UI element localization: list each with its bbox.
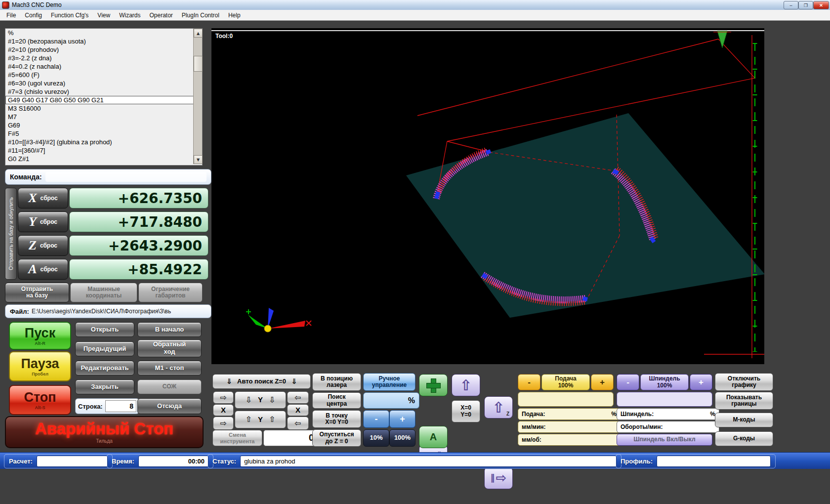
gcode-line: M7 [5, 113, 195, 121]
toggle-graphics-button[interactable]: Отключить графику [715, 373, 773, 391]
goto-base-zero-strip[interactable]: Отправить на базу и обнулить [5, 188, 17, 280]
a-dro[interactable]: +85.4922 [69, 259, 208, 280]
feed-plus-button[interactable]: + [591, 374, 614, 390]
gcode-line: G69 [5, 121, 195, 129]
jog-x-minus-button-2[interactable]: ⇦ [287, 417, 309, 430]
jog-x-minus-button[interactable]: ⇦ [287, 391, 309, 404]
a-reset-button[interactable]: A сброс [18, 259, 68, 280]
jog-percent-display[interactable]: % [363, 392, 419, 409]
menu-wizards[interactable]: Wizards [115, 10, 145, 20]
spindle-rpm-field[interactable]: Обороты/мин: [617, 421, 719, 433]
status-label: Статус: [212, 458, 236, 465]
find-center-button[interactable]: Поиск центра [312, 392, 361, 409]
jog-x-label-left[interactable]: X [213, 404, 234, 416]
jog-y-minus-button[interactable]: ⇩ Y ⇩ [235, 391, 286, 409]
tool-change-button[interactable]: Смена инструмента [212, 430, 262, 446]
jog-plus-button[interactable]: + [389, 410, 415, 428]
z-dro[interactable]: +2643.2900 [69, 235, 208, 256]
m-codes-button[interactable]: М-коды [715, 413, 773, 427]
stop-button[interactable]: Стоп Alt-S [9, 385, 71, 415]
scroll-up-icon[interactable]: ▲ [194, 29, 203, 38]
scrollbar-thumb[interactable] [194, 56, 203, 72]
a-minus-jog-button[interactable]: A [419, 426, 448, 448]
spindle-override-label[interactable]: Шпиндель 100% [640, 374, 689, 390]
y-reset-button[interactable]: Y сброс [18, 211, 68, 232]
arrow-up-icon: ⇧ [492, 399, 504, 416]
z-reset-button[interactable]: Z сброс [18, 235, 68, 256]
menu-view[interactable]: View [93, 10, 115, 20]
gcode-list[interactable]: % #1=20 (bezopasnaja usota) #2=10 (proho… [5, 28, 203, 166]
maximize-button[interactable]: ❐ [798, 1, 813, 9]
start-hotkey: Alt-R [35, 341, 45, 346]
x-dro[interactable]: +626.7350 [69, 188, 208, 209]
spindle-plus-button[interactable]: + [690, 374, 712, 390]
soft-limits-button[interactable]: Ограничение габаритов [138, 283, 203, 302]
toolpath-viewport[interactable]: Tool:0 [211, 28, 764, 364]
open-button[interactable]: Открыть [75, 322, 134, 337]
jog-100-percent-button[interactable]: 100% [389, 429, 415, 447]
show-bounds-button[interactable]: Показывать границы [715, 392, 773, 410]
laser-position-button[interactable]: В позицию лазера [312, 373, 361, 391]
goto-base-button[interactable]: Отправить на базу [5, 283, 69, 302]
machine-coords-button[interactable]: Машинные координаты [70, 283, 137, 302]
estop-label: Аварийный Стоп [35, 420, 173, 438]
menu-plugin-control[interactable]: PlugIn Control [177, 10, 224, 20]
time-label: Время: [112, 458, 134, 465]
feed-mm-min-label: мм/мин: [522, 423, 546, 430]
line-number-field[interactable]: 8 [105, 400, 136, 412]
feed-percent-field[interactable]: Подача: % [518, 408, 621, 420]
start-button[interactable]: Пуск Alt-R [9, 322, 71, 350]
lower-to-z0-button[interactable]: Опуститься до Z = 0 [312, 429, 361, 447]
jog-minus-button[interactable]: - [363, 410, 389, 428]
menu-file[interactable]: File [2, 10, 20, 20]
minimize-button[interactable]: – [784, 1, 798, 9]
menu-operator[interactable]: Operator [145, 10, 177, 20]
menu-config[interactable]: Config [20, 10, 46, 20]
scroll-down-icon[interactable]: ▼ [194, 155, 203, 164]
y-plus-pad-button[interactable]: ⇧ [452, 374, 480, 396]
jog-10-percent-button[interactable]: 10% [363, 429, 389, 447]
feed-override-display [518, 392, 614, 407]
goto-xy-zero-button[interactable]: В точку X=0 Y=0 [312, 410, 361, 428]
spindle-minus-button[interactable]: - [617, 374, 639, 390]
jog-x-label-right[interactable]: X [287, 404, 309, 416]
gcode-scrollbar[interactable]: ▲ ▼ [193, 29, 202, 164]
coolant-button[interactable]: СОЖ [137, 379, 202, 394]
previous-button[interactable]: Предыдущий [75, 341, 134, 356]
spindle-percent-field[interactable]: Шпиндель: % [617, 408, 719, 420]
reverse-button[interactable]: Обратный ход [137, 339, 202, 357]
edit-button[interactable]: Редактировать [75, 361, 134, 376]
m1-stop-button[interactable]: M1 - стоп [137, 361, 202, 376]
menu-function-cfgs[interactable]: Function Cfg's [46, 10, 93, 20]
y-label: Y [258, 396, 263, 404]
close-file-button[interactable]: Закрыть [75, 379, 134, 394]
gcode-line: #11=[360/#7] [5, 146, 195, 155]
emergency-stop-button[interactable]: Аварийный Стоп Тильда [5, 416, 204, 448]
feed-minus-button[interactable]: - [518, 374, 540, 390]
feed-mm-min-field[interactable]: мм/мин: [518, 421, 621, 433]
jog-y-plus-button[interactable]: ⇧ Y ⇧ [235, 411, 286, 428]
x-reset-button[interactable]: X сброс [18, 188, 68, 209]
feed-override-label[interactable]: Подача 100% [541, 374, 590, 390]
rewind-button[interactable]: В начало [137, 322, 202, 337]
x-plus-limit-button[interactable]: ‖ ⇨ [484, 467, 513, 489]
g-codes-button[interactable]: G-коды [715, 431, 773, 446]
pause-button[interactable]: Пауза Пробел [9, 351, 71, 381]
calc-field [37, 456, 108, 467]
a-reset-label: сброс [41, 266, 58, 273]
jog-x-plus-button[interactable]: ⇨ [213, 391, 234, 404]
manual-control-button[interactable]: Ручное управление [363, 373, 415, 391]
run-from-here-button[interactable]: Отсюда [137, 398, 202, 414]
z-plus-pad-button[interactable]: ⇧ Z [484, 396, 513, 419]
app-icon [2, 1, 9, 9]
command-input[interactable] [45, 172, 207, 182]
a-plus-jog-button[interactable] [419, 374, 448, 396]
auto-find-z0-button[interactable]: ⇓ Авто поиск Z=0 ⇓ [212, 374, 311, 389]
jog-x-plus-button-2[interactable]: ⇨ [213, 417, 234, 430]
menu-help[interactable]: Help [224, 10, 245, 20]
feed-mm-rev-field[interactable]: мм/об: [518, 434, 621, 446]
spindle-toggle-button[interactable]: Шпиндель Вкл/Выкл [617, 434, 712, 446]
close-button[interactable]: ✕ [813, 1, 829, 9]
y-dro[interactable]: +717.8480 [69, 211, 208, 232]
xy-zero-button[interactable]: X=0 Y=0 [452, 400, 480, 422]
